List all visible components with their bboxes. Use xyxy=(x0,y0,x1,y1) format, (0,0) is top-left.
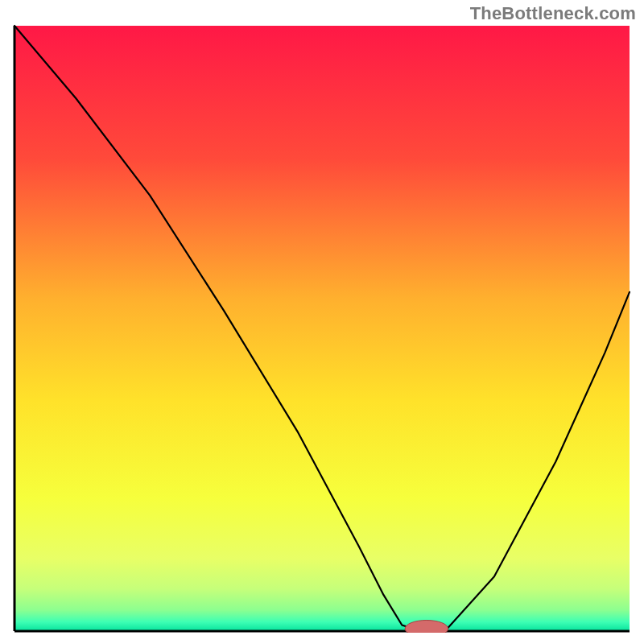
chart-container: TheBottleneck.com xyxy=(0,0,644,644)
attribution-label: TheBottleneck.com xyxy=(470,3,636,24)
gradient-background xyxy=(14,26,630,631)
chart-svg xyxy=(13,24,631,633)
bottleneck-plot xyxy=(13,24,631,633)
